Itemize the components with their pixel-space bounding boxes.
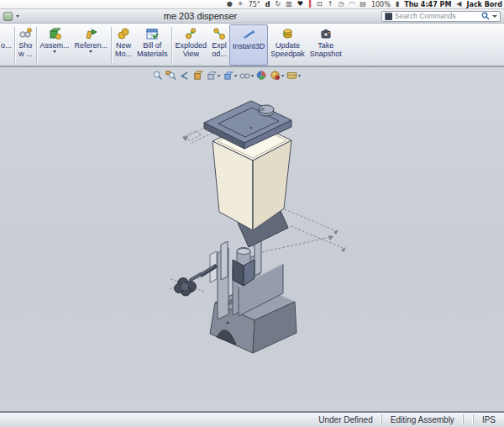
search-commands-box[interactable]: Search Commands [381, 11, 501, 22]
app-icon[interactable] [3, 12, 13, 21]
wifi-icon[interactable]: ◠ [349, 1, 354, 8]
knob-part [175, 274, 202, 296]
menu-clock[interactable]: Thu 4:47 PM [404, 1, 451, 8]
assembly-dropdown-icon[interactable] [53, 50, 56, 53]
status-spacer [463, 414, 473, 425]
explode-line-sketch-icon [213, 26, 226, 40]
show-components-icon [18, 26, 32, 40]
cutoff-button[interactable]: o... [0, 24, 13, 66]
drop-icon[interactable]: ● [227, 1, 233, 8]
search-caret-icon[interactable] [492, 15, 497, 18]
instant3d-button[interactable]: Instant3D [229, 24, 269, 66]
search-icon[interactable] [481, 12, 490, 20]
reference-icon [84, 26, 97, 40]
explode-line-sketch-button[interactable]: Expl od... [209, 24, 229, 66]
toolbar-separator [111, 27, 112, 63]
update-speedpak-button[interactable]: Update Speedpak [268, 24, 307, 66]
new-motion-study-button[interactable]: New Mo... [113, 24, 134, 66]
update-speedpak-icon [281, 26, 294, 40]
assembly-button[interactable]: Assem... [38, 24, 72, 66]
command-manager: o... Sho w ... Assem [0, 24, 504, 67]
toolbar-separator [14, 27, 15, 63]
upload-icon[interactable]: ↑ [328, 1, 333, 8]
sync-icon[interactable]: ↻ [276, 1, 281, 8]
input-source-icon[interactable]: ▤ [360, 1, 366, 8]
toolbar-separator [171, 27, 172, 63]
graphics-area[interactable]: ▾ ▾ ▾ ▾ ▾ [0, 67, 504, 411]
document-title: me 203 dispenser [19, 11, 381, 21]
toolbar-separator [36, 27, 37, 63]
status-bar: Under Defined Editing Assembly IPS [0, 413, 504, 427]
solidworks-search-icon [385, 13, 392, 20]
new-motion-study-icon [117, 26, 130, 40]
mac-menu-bar: ● ✳ 75° d ↻ ▥ ♥ ‖ ⊡ ↑ ◷ ◠ ▤ 100% ▮ Thu 4… [0, 0, 504, 9]
timemachine-icon[interactable]: ◷ [338, 1, 344, 8]
exploded-view-button[interactable]: Exploded View [173, 24, 210, 66]
show-components-button[interactable]: Sho w ... [16, 24, 35, 66]
user-menu[interactable]: Jack Bord [467, 1, 503, 8]
temperature-label: 75° [249, 1, 260, 8]
exploded-assembly-model[interactable] [0, 67, 504, 411]
constraint-status: Under Defined [310, 414, 381, 425]
reference-dropdown-icon[interactable] [89, 50, 92, 53]
bill-of-materials-icon [145, 26, 159, 40]
fan-icon[interactable]: ✳ [238, 1, 244, 8]
take-snapshot-button[interactable]: Take Snapshot [307, 24, 344, 66]
take-snapshot-icon [319, 26, 333, 40]
exploded-view-icon [184, 26, 197, 40]
search-input[interactable]: Search Commands [395, 12, 479, 20]
d-menu-item[interactable]: d [265, 1, 270, 8]
reference-button[interactable]: Referen... [72, 24, 111, 66]
volume-icon[interactable]: ◀ [456, 1, 461, 8]
unit-system-status[interactable]: IPS [473, 414, 504, 425]
shield-icon[interactable]: ♥ [297, 1, 303, 8]
keyboard-battery-icon[interactable]: ▥ [286, 1, 292, 8]
display-icon[interactable]: ⊡ [317, 1, 323, 8]
assembly-icon [48, 26, 61, 40]
editing-mode-status: Editing Assembly [381, 414, 463, 425]
parallels-icon[interactable]: ‖ [308, 1, 312, 8]
battery-percent[interactable]: 100% [371, 1, 391, 8]
title-bar: me 203 dispenser Search Commands [0, 9, 504, 24]
solidworks-window: ● ✳ 75° d ↻ ▥ ♥ ‖ ⊡ ↑ ◷ ◠ ▤ 100% ▮ Thu 4… [0, 0, 504, 427]
instant3d-icon [241, 27, 256, 41]
battery-icon[interactable]: ▮ [396, 1, 399, 8]
bill-of-materials-button[interactable]: Bill of Materials [134, 24, 171, 66]
